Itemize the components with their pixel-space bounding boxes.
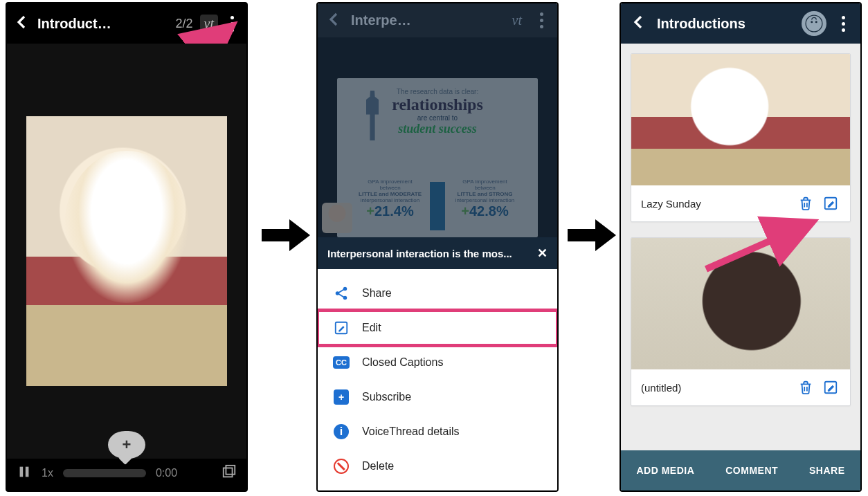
info-icon: i xyxy=(333,423,350,440)
scrubber[interactable] xyxy=(63,469,146,477)
add-comment-button[interactable]: + xyxy=(108,431,145,459)
dim-overlay xyxy=(318,37,557,237)
back-button[interactable] xyxy=(631,14,647,33)
screen-actions-menu: Interpe… vt The research data is clear: … xyxy=(316,2,559,492)
edit-header: Introductions xyxy=(621,3,860,44)
slide-thumbnail xyxy=(631,238,850,369)
slide-card-bar: (untitled) xyxy=(631,369,850,405)
header-title: Introductions xyxy=(657,16,792,32)
subscribe-icon: + xyxy=(333,389,350,405)
more-menu-button[interactable] xyxy=(534,7,549,34)
slide-card-bar: Lazy Sunday xyxy=(631,185,850,221)
playback-speed[interactable]: 1x xyxy=(42,467,53,479)
comment-caption-bar: Interpersonal interaction is the mos... … xyxy=(318,237,557,269)
slides-overview-button[interactable] xyxy=(221,464,237,482)
edit-slide-button[interactable] xyxy=(821,194,840,213)
menu-item-cc[interactable]: CC Closed Captions xyxy=(318,345,557,380)
caption-text: Interpersonal interaction is the mos... xyxy=(327,248,512,259)
more-menu-button[interactable] xyxy=(225,10,239,37)
flow-arrow xyxy=(262,218,310,252)
vt-logo: vt xyxy=(200,15,218,33)
player-title: Introduct… xyxy=(37,16,169,32)
player-controls: + 1x 0:00 xyxy=(7,459,246,490)
slide-title: (untitled) xyxy=(641,382,790,394)
delete-slide-button[interactable] xyxy=(796,378,815,397)
action-sheet: Share Edit CC Closed Captions + Subscrib… xyxy=(318,269,557,490)
share-button[interactable]: SHARE xyxy=(809,465,845,476)
pause-button[interactable] xyxy=(17,464,32,482)
more-menu-button[interactable] xyxy=(836,10,851,37)
svg-line-9 xyxy=(338,294,343,297)
slide-card[interactable]: Lazy Sunday xyxy=(631,53,851,222)
svg-rect-2 xyxy=(26,467,29,477)
header-title: Interpe… xyxy=(351,12,500,28)
menu-item-delete[interactable]: Delete xyxy=(318,449,557,484)
slide-counter: 2/2 xyxy=(176,17,193,31)
delete-icon xyxy=(333,458,350,475)
back-button[interactable] xyxy=(14,14,30,33)
time-elapsed: 0:00 xyxy=(156,467,177,479)
menu-item-subscribe[interactable]: + Subscribe xyxy=(318,380,557,414)
svg-rect-3 xyxy=(224,468,233,477)
edit-icon xyxy=(333,320,350,336)
svg-line-8 xyxy=(338,290,343,293)
menu-item-share[interactable]: Share xyxy=(318,276,557,311)
slide-thumbnail xyxy=(631,54,850,185)
svg-rect-1 xyxy=(20,467,24,477)
edit-slide-button[interactable] xyxy=(821,378,840,397)
share-icon xyxy=(333,285,350,302)
svg-point-13 xyxy=(815,21,817,23)
screen-player: Introduct… 2/2 vt + 1x 0:00 xyxy=(6,2,248,492)
flow-arrow xyxy=(568,218,616,252)
slide-image xyxy=(26,116,227,386)
svg-rect-4 xyxy=(226,466,235,475)
dimmed-header: Interpe… vt xyxy=(318,3,557,37)
comment-button[interactable]: COMMENT xyxy=(725,465,778,476)
back-button[interactable] xyxy=(326,11,343,30)
close-caption-button[interactable]: ✕ xyxy=(537,246,548,261)
slide-list: Lazy Sunday (untitled) xyxy=(621,44,860,450)
user-avatar[interactable] xyxy=(802,11,826,36)
svg-point-12 xyxy=(811,21,813,23)
vt-logo: vt xyxy=(508,11,526,30)
add-media-button[interactable]: ADD MEDIA xyxy=(636,465,694,476)
player-header: Introduct… 2/2 vt xyxy=(7,3,246,44)
delete-slide-button[interactable] xyxy=(796,194,815,213)
screen-edit-list: Introductions Lazy Sunday xyxy=(620,2,862,492)
menu-item-details[interactable]: i VoiceThread details xyxy=(318,414,557,449)
menu-item-edit[interactable]: Edit xyxy=(318,311,557,345)
edit-footer: ADD MEDIA COMMENT SHARE xyxy=(621,450,860,490)
slide-image-area[interactable] xyxy=(7,44,246,459)
slide-title: Lazy Sunday xyxy=(641,198,790,210)
slide-card[interactable]: (untitled) xyxy=(631,237,851,406)
cc-icon: CC xyxy=(333,354,350,371)
dimmed-slide-area: The research data is clear: relationship… xyxy=(318,37,557,237)
